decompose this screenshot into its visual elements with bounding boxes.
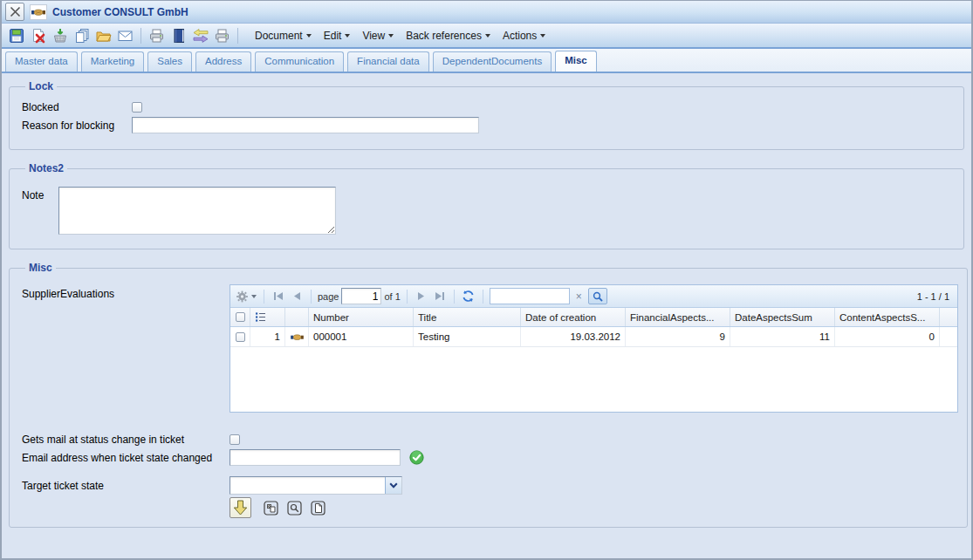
- cell-date-aspects-sum: 11: [730, 327, 835, 346]
- tab-misc[interactable]: Misc: [555, 51, 597, 72]
- grid-empty-area: [230, 347, 957, 412]
- lock-legend: Lock: [25, 80, 57, 92]
- grid-range-label: 1 - 1 / 1: [917, 291, 953, 302]
- target-ticket-state-select[interactable]: [230, 476, 402, 495]
- blocked-label: Blocked: [22, 101, 132, 113]
- menu-view[interactable]: View: [356, 27, 400, 44]
- email-address-label: Email address when ticket state changed: [22, 452, 230, 464]
- clear-search-icon[interactable]: ×: [572, 290, 586, 303]
- toolbar-separator: [140, 28, 141, 44]
- cell-title: Testing: [414, 327, 521, 346]
- gets-mail-label: Gets mail at status change in ticket: [22, 434, 230, 446]
- supplier-evaluation-icon: [285, 327, 309, 346]
- blocked-checkbox[interactable]: [132, 102, 142, 113]
- tab-master-data[interactable]: Master data: [5, 51, 78, 72]
- combo-dropdown-button[interactable]: [385, 477, 401, 494]
- close-icon: [10, 6, 21, 17]
- save-icon[interactable]: [6, 26, 26, 45]
- row-checkbox[interactable]: [230, 327, 250, 346]
- chevron-down-icon: [388, 34, 394, 38]
- customer-handshake-icon: [30, 4, 47, 20]
- rownum-column-header[interactable]: [250, 308, 285, 326]
- grid-header-row: Number Title Date of creation FinancialA…: [230, 308, 957, 327]
- menu-back-references[interactable]: Back references: [400, 27, 497, 44]
- tab-marketing[interactable]: Marketing: [81, 51, 145, 72]
- mail-icon[interactable]: [115, 26, 135, 45]
- row-number-cell: 1: [250, 327, 285, 346]
- column-header-content-aspects[interactable]: ContentAspectsS...: [835, 308, 940, 326]
- menu-actions[interactable]: Actions: [497, 27, 552, 44]
- prev-page-button[interactable]: [289, 289, 305, 304]
- misc-legend: Misc: [25, 262, 56, 274]
- new-document-icon[interactable]: [310, 500, 325, 516]
- supplier-evaluations-label: SupplierEvaluations: [22, 288, 230, 300]
- last-page-button[interactable]: [432, 289, 448, 304]
- note-label: Note: [22, 189, 58, 201]
- cell-number: 000001: [309, 327, 414, 346]
- icon-column-header[interactable]: [285, 308, 309, 326]
- grid-search-input[interactable]: [490, 288, 570, 304]
- note-textarea[interactable]: [58, 187, 336, 235]
- gets-mail-checkbox[interactable]: [230, 434, 240, 445]
- email-address-input[interactable]: [230, 449, 401, 466]
- column-header-number[interactable]: Number: [309, 308, 414, 326]
- table-row[interactable]: 1 000001 Testing 19.03.2012 9 11 0: [230, 327, 957, 347]
- column-header-date-of-creation[interactable]: Date of creation: [521, 308, 626, 326]
- column-header-title[interactable]: Title: [414, 308, 521, 326]
- window-title: Customer CONSULT GmbH: [52, 6, 188, 18]
- open-folder-icon[interactable]: [93, 26, 113, 45]
- tab-address[interactable]: Address: [195, 51, 251, 72]
- cell-financial-aspects: 9: [626, 327, 730, 346]
- misc-section: Misc SupplierEvaluations: [9, 262, 968, 528]
- grid-search-button[interactable]: [588, 288, 607, 304]
- print-preview-icon[interactable]: [212, 26, 232, 45]
- page-of-label: of 1: [384, 291, 400, 302]
- print-icon[interactable]: [147, 26, 167, 45]
- tab-sales[interactable]: Sales: [147, 51, 192, 72]
- menu-document[interactable]: Document: [249, 27, 318, 44]
- tab-dependent-documents[interactable]: DependentDocuments: [433, 51, 552, 72]
- notes2-section: Notes2 Note: [9, 162, 964, 249]
- import-icon[interactable]: [50, 26, 70, 45]
- menu-edit[interactable]: Edit: [318, 27, 357, 44]
- chevron-down-icon: [345, 34, 350, 38]
- select-all-checkbox[interactable]: [230, 308, 250, 326]
- numbered-list-icon: [255, 311, 266, 323]
- transfer-icon[interactable]: [190, 26, 210, 45]
- down-arrow-icon: [233, 500, 248, 516]
- next-page-button[interactable]: [414, 289, 429, 304]
- column-header-date-aspects-sum[interactable]: DateAspectsSum: [730, 308, 835, 326]
- search-icon: [593, 291, 603, 302]
- chevron-down-icon: [485, 34, 490, 38]
- misc-tab-panel: Lock Blocked Reason for blocking Notes2 …: [2, 73, 971, 528]
- copy-icon[interactable]: [72, 26, 92, 45]
- grid-pager: page of 1: [230, 285, 957, 308]
- apply-down-button[interactable]: [230, 497, 251, 518]
- delete-icon[interactable]: [28, 26, 48, 45]
- tab-communication[interactable]: Communication: [255, 51, 344, 72]
- page-label: page: [318, 291, 339, 302]
- first-page-button[interactable]: [271, 289, 286, 304]
- cell-content-aspects: 0: [835, 327, 940, 346]
- target-ticket-state-label: Target ticket state: [22, 480, 230, 492]
- page-number-input[interactable]: [341, 288, 381, 304]
- lookup-search-icon[interactable]: [286, 500, 302, 516]
- tab-financial-data[interactable]: Financial data: [347, 51, 429, 72]
- menubar: Document Edit View Back references Actio…: [249, 27, 552, 44]
- catalog-icon[interactable]: [168, 26, 188, 45]
- refresh-button[interactable]: [461, 289, 476, 304]
- close-button[interactable]: [5, 3, 24, 21]
- lock-section: Lock Blocked Reason for blocking: [9, 80, 964, 150]
- notes2-legend: Notes2: [25, 162, 67, 174]
- refresh-icon: [462, 290, 475, 303]
- grid-settings-button[interactable]: [235, 289, 257, 304]
- window-titlebar: Customer CONSULT GmbH: [2, 1, 971, 24]
- supplier-evaluations-grid: page of 1: [230, 284, 958, 413]
- reason-for-blocking-input[interactable]: [132, 117, 479, 133]
- valid-check-icon: [409, 450, 424, 465]
- paste-icon[interactable]: [263, 500, 278, 516]
- toolbar-separator: [237, 28, 238, 44]
- target-ticket-state-value: [230, 477, 385, 494]
- chevron-down-icon: [306, 34, 312, 38]
- column-header-financial-aspects[interactable]: FinancialAspects...: [626, 308, 730, 326]
